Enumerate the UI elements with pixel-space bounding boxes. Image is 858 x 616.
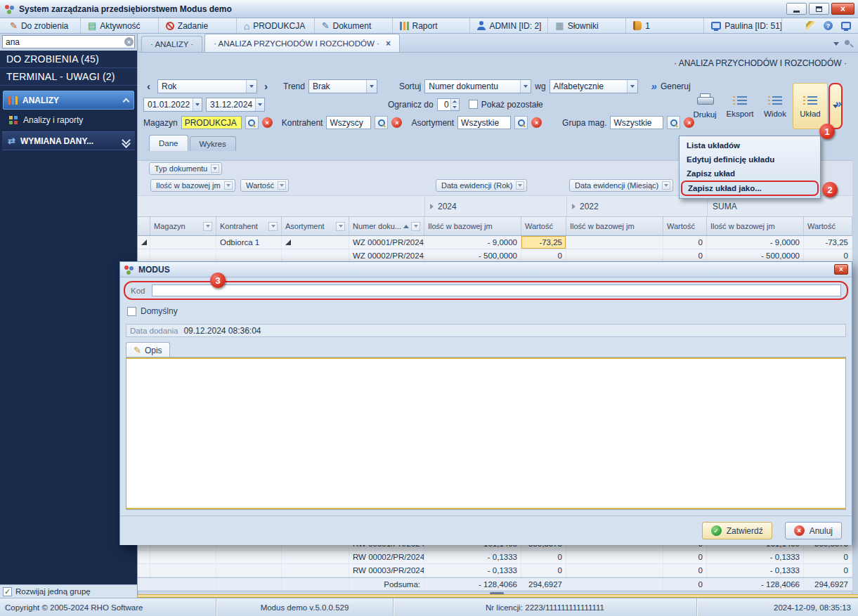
quick-generate-icon[interactable]: » — [835, 98, 841, 110]
table-row[interactable]: Odbiorca 1 WZ 00001/PR/2024 - 9,0000 -73… — [138, 236, 852, 249]
column-wartosc-2022[interactable]: Wartość — [663, 217, 707, 235]
menu-item-produkcja[interactable]: ⌂PRODUKCJA — [237, 18, 315, 33]
clear-search-icon[interactable]: × — [124, 37, 134, 46]
field-chip-ilosc[interactable]: Ilość w bazowej jm — [150, 179, 235, 192]
filter-icon[interactable] — [336, 222, 345, 231]
cancel-button[interactable]: × Anuluj — [785, 522, 842, 539]
confirm-button[interactable]: ✓ Zatwierdź — [702, 522, 772, 539]
magazyn-field[interactable]: PRODUKCJA — [181, 116, 242, 129]
tab-wykres[interactable]: Wykres — [190, 136, 236, 151]
sidebar-item-analizy-i-raporty[interactable]: Analizy i raporty — [2, 110, 135, 129]
menu-item-aktywnosc[interactable]: ▤Aktywność — [81, 18, 159, 33]
help-icon[interactable]: ? — [824, 21, 833, 30]
filter-chip-typ-dokumentu[interactable]: Typ dokumentu — [149, 162, 222, 175]
description-textarea[interactable] — [128, 360, 844, 506]
menu-item-zapisz-uklad[interactable]: Zapisz układ — [681, 166, 819, 181]
group-2024[interactable]: 2024 — [424, 196, 566, 216]
sidebar-item-wymiana-danych[interactable]: ⇄ WYMIANA DANY... — [2, 131, 135, 150]
grupa-mag-field[interactable]: Wszystkie — [610, 116, 663, 129]
clean-icon[interactable] — [806, 21, 815, 30]
column-kontrahent[interactable]: Kontrahent — [216, 217, 282, 235]
filter-icon[interactable] — [203, 222, 212, 231]
menu-item-slowniki[interactable]: ▦Słowniki — [548, 18, 626, 33]
selected-cell[interactable]: -73,25 — [521, 236, 566, 249]
close-button[interactable]: × — [831, 3, 854, 15]
date-from-select[interactable]: 01.01.2022 — [143, 98, 202, 112]
close-tab-icon[interactable]: × — [386, 39, 391, 48]
filter-icon[interactable] — [268, 222, 278, 231]
menu-item-notifications[interactable]: 1 — [626, 18, 704, 33]
column-asortyment[interactable]: Asortyment — [282, 217, 349, 235]
menu-item-do-zrobienia[interactable]: ✎Do zrobienia — [3, 18, 81, 33]
filter-icon[interactable] — [411, 222, 420, 231]
group-2022[interactable]: 2022 — [566, 196, 707, 216]
layout-button[interactable]: Układ — [793, 83, 828, 129]
kod-input[interactable] — [152, 284, 841, 296]
sidebar-item-analizy[interactable]: ANALIZY — [3, 91, 134, 110]
search-icon — [247, 119, 256, 127]
next-period-button[interactable]: › — [261, 79, 271, 93]
print-button[interactable]: Drukuj — [687, 83, 722, 129]
column-wartosc-suma[interactable]: Wartość — [804, 217, 852, 235]
asortyment-field[interactable]: Wszystkie — [457, 116, 511, 129]
date-to-select[interactable]: 31.12.2024 — [206, 98, 265, 112]
tab-opis[interactable]: ✎ Opis — [126, 342, 170, 358]
grupa-mag-lookup-button[interactable] — [667, 116, 680, 129]
field-chip-wartosc[interactable]: Wartość — [240, 179, 289, 192]
previous-period-button[interactable]: ‹ — [143, 79, 154, 93]
view-button[interactable]: Widok — [758, 83, 793, 129]
column-numer-dokumentu[interactable]: Numer doku... — [349, 217, 424, 235]
expand-one-group-checkbox[interactable]: ✓ — [3, 587, 12, 596]
menu-item-raport[interactable]: Raport — [393, 18, 471, 33]
kontrahent-field[interactable]: Wszyscy — [326, 116, 371, 129]
asortyment-lookup-button[interactable] — [514, 116, 528, 129]
kontrahent-clear-icon[interactable]: × — [391, 117, 402, 128]
minimize-button[interactable] — [786, 3, 807, 15]
field-chip-data-miesiac[interactable]: Data ewidencji (Miesiąc) — [569, 179, 673, 192]
sidebar-group-do-zrobienia[interactable]: DO ZROBIENIA (45) — [0, 51, 137, 68]
sidebar-group-terminal-uwagi[interactable]: TERMINAL - UWAGI (2) — [0, 68, 137, 86]
menu-item-zapisz-uklad-jako[interactable]: Zapisz układ jako... — [681, 181, 819, 196]
spinner-down-icon[interactable] — [451, 105, 459, 110]
menu-item-lista-ukladow[interactable]: Lista układów — [681, 138, 819, 152]
field-chip-data-rok[interactable]: Data ewidencji (Rok) — [436, 179, 527, 192]
tab-analiza-przychodow[interactable]: · ANALIZA PRZYCHODÓW I ROZCHODÓW · × — [204, 34, 400, 52]
menu-item-zadanie[interactable]: Zadanie — [159, 18, 237, 33]
column-magazyn[interactable]: Magazyn — [150, 217, 216, 235]
menu-item-edytuj-definicje[interactable]: Edytuj definicję układu — [681, 152, 819, 166]
menu-item-admin[interactable]: ADMIN [ID: 2] — [470, 18, 548, 33]
filter-row-3: Magazyn PRODUKCJA × Kontrahent Wszyscy ×… — [143, 115, 694, 130]
kontrahent-lookup-button[interactable] — [375, 116, 388, 129]
menu-item-user-session[interactable]: Paulina [ID: 51] — [704, 18, 782, 33]
tab-list-dropdown-icon[interactable] — [833, 42, 839, 46]
magazyn-lookup-button[interactable] — [245, 116, 259, 129]
column-ilosc-suma[interactable]: Ilość w bazowej jm — [707, 217, 804, 235]
maximize-button[interactable] — [809, 3, 829, 15]
column-ilosc-2022[interactable]: Ilość w bazowej jm — [566, 217, 663, 235]
sidebar-search-input[interactable] — [2, 35, 135, 48]
spinner-up-icon[interactable] — [451, 99, 459, 105]
table-row[interactable]: RW 00003/PR/2024 - 0,1333 0 0 - 0,1333 0 — [138, 564, 852, 577]
sort-select[interactable]: Numer dokumentu — [424, 79, 531, 93]
period-select[interactable]: Rok — [157, 79, 257, 93]
tab-analizy[interactable]: · ANALIZY · — [141, 36, 202, 52]
group-expand-icon[interactable] — [282, 236, 349, 249]
export-button[interactable]: Eksport — [722, 83, 758, 129]
default-checkbox[interactable] — [127, 307, 136, 316]
pin-icon[interactable] — [845, 40, 852, 48]
menu-item-dokument[interactable]: ✎Dokument — [315, 18, 393, 33]
show-rest-checkbox[interactable] — [469, 100, 478, 109]
remote-desktop-icon[interactable] — [841, 22, 851, 30]
table-row[interactable]: RW 00002/PR/2024 - 0,1333 0 0 - 0,1333 0 — [138, 551, 852, 564]
dialog-close-button[interactable]: × — [834, 264, 848, 275]
tab-dane[interactable]: Dane — [149, 135, 188, 151]
column-ilosc-2024[interactable]: Ilość w bazowej jm — [424, 217, 521, 235]
order-select[interactable]: Alfabetycznie — [550, 79, 638, 93]
asortyment-clear-icon[interactable]: × — [531, 117, 542, 128]
limit-spinner[interactable]: 0 — [437, 98, 460, 111]
column-wartosc-2024[interactable]: Wartość — [521, 217, 566, 235]
generate-button[interactable]: » Generuj — [651, 81, 691, 91]
trend-select[interactable]: Brak — [308, 79, 377, 93]
magazyn-clear-icon[interactable]: × — [262, 117, 273, 128]
group-expand-icon[interactable] — [138, 236, 150, 249]
